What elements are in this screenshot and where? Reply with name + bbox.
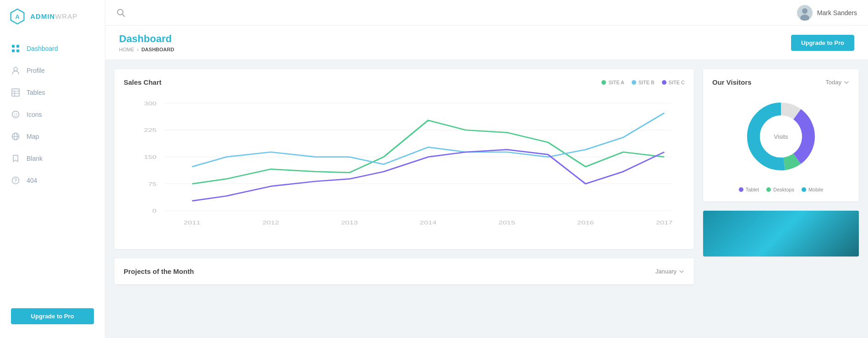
sidebar-item-label: Profile [27,67,45,74]
svg-text:A: A [15,14,19,20]
svg-text:225: 225 [144,127,156,133]
page-title: Dashboard [119,33,174,45]
sidebar-item-icons[interactable]: Icons [0,104,105,125]
search-area[interactable] [116,8,126,17]
bookmark-icon [11,154,20,163]
tablet-label: Tablet [746,187,759,192]
desktops-legend: Desktops [766,187,794,192]
visitors-legend: Tablet Desktops Mobile [712,187,850,192]
site-b-label: SITE B [639,80,655,85]
sidebar-item-label: Tables [27,89,45,96]
svg-point-13 [16,114,17,114]
tablet-legend: Tablet [739,187,759,192]
svg-text:2015: 2015 [498,219,515,225]
logo-icon: A [9,8,26,25]
upgrade-button-top[interactable]: Upgrade to Pro [791,35,854,51]
projects-card: Projects of the Month January [115,258,694,284]
svg-text:0: 0 [153,208,157,214]
site-b-dot [632,80,636,85]
month-label: January [655,268,677,275]
svg-point-6 [14,67,17,71]
visitors-card: Our Visitors Today [703,69,859,202]
search-icon [116,8,126,17]
svg-point-22 [802,8,808,14]
sidebar-item-404[interactable]: ? 404 [0,169,105,191]
user-name: Mark Sanders [817,9,857,16]
svg-rect-5 [16,49,19,52]
svg-text:75: 75 [148,181,156,187]
user-info: Mark Sanders [797,5,857,21]
svg-text:2011: 2011 [184,219,201,225]
svg-line-20 [122,14,125,16]
svg-text:300: 300 [144,100,156,106]
chevron-down-icon [678,268,685,275]
sidebar-item-dashboard[interactable]: Dashboard [0,38,105,60]
svg-text:?: ? [14,178,17,183]
today-dropdown[interactable]: Today [825,79,850,86]
sidebar-item-profile[interactable]: Profile [0,60,105,82]
today-label: Today [825,79,841,86]
visitors-title: Our Visitors [712,78,752,86]
sales-chart-header: Sales Chart SITE A SITE B [124,78,685,86]
sidebar-item-label: Dashboard [27,45,58,52]
chart-container: 300 225 150 75 0 2011 2012 2013 2014 201… [124,93,685,240]
table-icon [11,88,20,97]
donut-chart: Visits [712,91,850,182]
sidebar-item-tables[interactable]: Tables [0,82,105,104]
image-card [703,211,859,256]
svg-text:2013: 2013 [341,219,358,225]
breadcrumb-home: HOME [119,47,134,52]
svg-rect-2 [12,45,15,48]
right-column: Our Visitors Today [703,69,859,329]
topbar: Mark Sanders [105,0,868,26]
tablet-dot [739,187,743,192]
sidebar-item-map[interactable]: Map [0,125,105,147]
chevron-down-icon [843,79,850,86]
smile-icon [11,110,20,119]
page-header: Dashboard HOME › DASHBOARD Upgrade to Pr… [105,26,868,60]
svg-rect-4 [12,49,15,52]
svg-text:2014: 2014 [420,219,437,225]
logo: A ADMINWRAP [0,0,105,33]
nav-menu: Dashboard Profile Tables [0,33,105,299]
projects-header: Projects of the Month January [124,267,685,275]
question-icon: ? [11,176,20,185]
legend-site-a: SITE A [601,80,624,85]
month-dropdown[interactable]: January [655,268,685,275]
svg-point-11 [12,111,19,118]
desktops-dot [766,187,771,192]
mobile-legend: Mobile [802,187,823,192]
legend-site-b: SITE B [632,80,655,85]
left-column: Sales Chart SITE A SITE B [115,69,694,329]
sidebar-item-label: Map [27,133,39,140]
avatar [797,5,813,21]
sidebar-item-label: Blank [27,155,43,162]
breadcrumb-current: DASHBOARD [142,47,175,52]
site-c-label: SITE C [669,80,685,85]
donut-center-label: Visits [774,133,788,140]
legend-site-c: SITE C [662,80,685,85]
mobile-label: Mobile [808,187,823,192]
sidebar-upgrade-section: Upgrade to Pro [0,299,105,338]
chart-legend: SITE A SITE B SITE C [601,80,685,85]
mobile-dot [802,187,806,192]
svg-text:2017: 2017 [656,219,673,225]
svg-point-12 [14,114,15,114]
svg-text:150: 150 [144,154,156,160]
breadcrumb-separator: › [137,47,139,52]
sidebar-item-blank[interactable]: Blank [0,147,105,169]
dashboard-grid: Sales Chart SITE A SITE B [105,60,868,338]
breadcrumb: HOME › DASHBOARD [119,47,174,52]
site-a-dot [601,80,606,85]
sidebar: A ADMINWRAP Dashboard [0,0,105,338]
svg-rect-7 [12,89,19,96]
sales-chart-title: Sales Chart [124,78,162,86]
sidebar-item-label: 404 [27,177,37,184]
site-a-label: SITE A [608,80,624,85]
sidebar-upgrade-button[interactable]: Upgrade to Pro [11,308,94,324]
sales-chart-card: Sales Chart SITE A SITE B [115,69,694,249]
chart-svg: 300 225 150 75 0 2011 2012 2013 2014 201… [124,93,685,240]
user-icon [11,66,20,75]
logo-text: ADMINWRAP [30,12,77,21]
globe-icon [11,132,20,141]
